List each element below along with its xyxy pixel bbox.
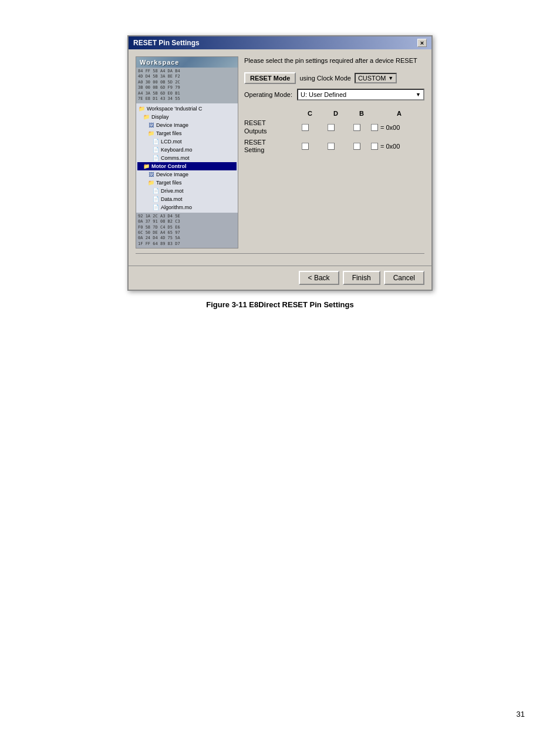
pin-value-outputs-a: = 0x00 (371, 124, 418, 131)
checkbox-icon[interactable] (353, 124, 360, 131)
pin-value-setting-a: = 0x00 (371, 143, 418, 150)
tree-item[interactable]: 📄 Data.mot (137, 195, 237, 203)
pin-header-d: D (324, 110, 348, 117)
checkbox-icon[interactable] (328, 124, 335, 131)
pin-row-label-outputs: RESET Outputs (244, 119, 291, 135)
pin-row-label-setting: RESET Setting (244, 139, 291, 154)
dialog-titlebar: RESET Pin Settings × (129, 36, 431, 49)
dropdown-arrow-icon: ▼ (388, 75, 393, 81)
cancel-button[interactable]: Cancel (384, 271, 424, 285)
tree-item[interactable]: 📄 Algorithm.mo (137, 203, 237, 211)
tree-item[interactable]: 📁 Target files (137, 179, 237, 187)
instruction-text: Please select the pin settings required … (244, 56, 424, 65)
using-clock-mode-label: using Clock Mode (299, 75, 350, 82)
workspace-tree: 📁 Workspace 'Industrial C 📁 Display 🖼 De… (136, 103, 238, 213)
pin-header-a: A (376, 110, 423, 117)
file-icon: 📄 (151, 146, 160, 153)
checkbox-icon[interactable] (371, 143, 378, 150)
tree-item[interactable]: 🖼 Device Image (137, 170, 237, 179)
pin-row-outputs: RESET Outputs (244, 119, 424, 135)
pin-header-b: B (350, 110, 373, 117)
custom-dropdown[interactable]: CUSTOM ▼ (355, 73, 397, 83)
pin-row-setting: RESET Setting (244, 139, 424, 154)
file-icon: 📄 (151, 138, 160, 145)
figure-caption: Figure 3-11 E8Direct RESET Pin Settings (206, 300, 353, 309)
reset-mode-row: RESET Mode using Clock Mode CUSTOM ▼ (244, 72, 424, 84)
tree-item[interactable]: 📄 LCD.mot (137, 137, 237, 146)
hex-area-bottom: 92 1A 2C A3 D4 5E 0A 37 91 08 B2 C3 F0 5… (136, 213, 238, 249)
file-icon: 📄 (151, 155, 160, 162)
folder-icon: 📁 (142, 113, 150, 120)
operating-mode-label: Operating Mode: (244, 91, 292, 98)
file-icon: 📄 (151, 196, 160, 203)
checkbox-icon[interactable] (371, 124, 378, 131)
back-button[interactable]: < Back (299, 271, 339, 285)
close-button[interactable]: × (417, 39, 427, 47)
tree-item[interactable]: 📄 Drive.mot (137, 187, 237, 195)
folder-icon: 📁 (142, 163, 150, 170)
dialog-content: Workspace 84 FF 58 A4 DA B4 4D D4 5B 3A … (129, 49, 431, 266)
page-number: 31 (517, 710, 525, 719)
tree-item[interactable]: 📄 Keyboard.mo (137, 146, 237, 154)
tree-item[interactable]: 🖼 Device Image (137, 121, 237, 129)
checkbox-icon[interactable] (302, 143, 309, 150)
tree-item-motor-control[interactable]: 📁 Motor Control (137, 162, 237, 170)
checkbox-icon[interactable] (328, 143, 335, 150)
finish-button[interactable]: Finish (343, 271, 380, 285)
dialog-body: Workspace 84 FF 58 A4 DA B4 4D D4 5B 3A … (136, 56, 424, 249)
dialog-title: RESET Pin Settings (133, 39, 200, 47)
separator (136, 253, 424, 254)
file-icon: 📄 (151, 187, 160, 194)
folder-icon: 📁 (147, 179, 155, 186)
pin-header-empty (249, 110, 296, 117)
checkbox-icon[interactable] (302, 124, 309, 131)
tree-item[interactable]: 📁 Display (137, 113, 237, 121)
select-arrow-icon: ▼ (416, 92, 421, 98)
file-icon: 🖼 (147, 171, 155, 178)
folder-icon: 📁 (137, 105, 146, 112)
tree-item[interactable]: 📁 Target files (137, 129, 237, 137)
operating-mode-value: U: User Defined (301, 91, 346, 98)
pin-header-c: C (298, 110, 322, 117)
pin-settings-table: C D B A RESET Outputs (244, 110, 424, 157)
file-icon: 📄 (151, 204, 160, 211)
pin-header-row: C D B A (244, 110, 424, 117)
workspace-header: Workspace (136, 57, 238, 68)
tree-item[interactable]: 📁 Workspace 'Industrial C (137, 105, 237, 113)
file-icon: 🖼 (147, 122, 155, 129)
folder-icon: 📁 (147, 130, 155, 137)
checkbox-icon[interactable] (353, 143, 360, 150)
custom-value: CUSTOM (358, 75, 386, 82)
pin-checkbox-outputs-c[interactable] (294, 124, 317, 131)
dialog-footer: < Back Finish Cancel (129, 266, 431, 290)
pin-checkbox-setting-c[interactable] (294, 143, 317, 150)
tree-item[interactable]: 📄 Comms.mot (137, 154, 237, 162)
pin-checkbox-outputs-b[interactable] (345, 124, 369, 131)
pin-checkbox-setting-d[interactable] (319, 143, 343, 150)
reset-pin-settings-dialog: RESET Pin Settings × Workspace 84 FF 58 … (127, 35, 433, 291)
reset-mode-button[interactable]: RESET Mode (244, 72, 296, 84)
settings-panel: Please select the pin settings required … (244, 56, 424, 249)
workspace-preview: Workspace 84 FF 58 A4 DA B4 4D D4 5B 3A … (136, 56, 238, 249)
hex-area: 84 FF 58 A4 DA B4 4D D4 5B 3A 8E F2 A0 3… (136, 68, 238, 103)
operating-mode-row: Operating Mode: U: User Defined ▼ (244, 89, 424, 100)
pin-checkbox-outputs-d[interactable] (319, 124, 343, 131)
pin-checkbox-setting-b[interactable] (345, 143, 369, 150)
operating-mode-select[interactable]: U: User Defined ▼ (297, 89, 424, 100)
